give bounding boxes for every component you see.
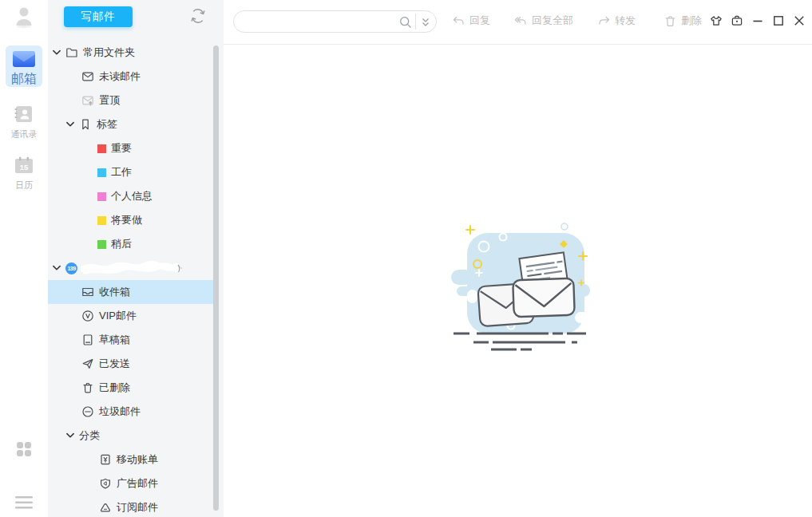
sidebar-item-label: 常用文件夹 <box>83 45 135 60</box>
forward-label: 转发 <box>615 14 636 28</box>
shirt-icon <box>710 14 723 27</box>
mailbox-icon <box>12 50 36 68</box>
sidebar-item-label: 广告邮件 <box>117 476 158 491</box>
folder-tree: 常用文件夹 未读邮件 置顶 标签 重要 工作 个人信息 将要做 <box>48 41 215 517</box>
close-button[interactable] <box>793 14 806 27</box>
reply-all-label: 回复全部 <box>532 14 573 28</box>
sidebar-item-label: 已发送 <box>99 357 130 371</box>
sidebar-item-pinned[interactable]: 置顶 <box>48 89 215 112</box>
search-input[interactable] <box>245 12 397 31</box>
paper-plane-icon <box>81 357 94 370</box>
inbox-icon <box>81 286 94 298</box>
empty-state-illustration <box>446 207 605 355</box>
sidebar-item-spam[interactable]: 垃圾邮件 <box>48 400 215 424</box>
folder-icon <box>65 46 78 59</box>
user-avatar[interactable] <box>0 5 48 32</box>
sidebar-item-tags[interactable]: 标签 <box>48 112 215 136</box>
apps-grid-button[interactable] <box>0 441 48 460</box>
reply-label: 回复 <box>469 14 490 28</box>
search-icon[interactable] <box>399 16 412 29</box>
sidebar-item-label: 重要 <box>111 141 132 156</box>
sidebar-item-tag-personal[interactable]: 个人信息 <box>48 184 215 208</box>
divider <box>415 14 416 30</box>
reply-all-icon <box>514 14 528 28</box>
sidebar-scrollbar[interactable] <box>213 45 219 511</box>
theme-button[interactable] <box>710 14 723 27</box>
block-icon <box>81 405 94 418</box>
apps-grid-icon <box>16 441 32 457</box>
sidebar-item-label: 订阅邮件 <box>117 500 158 515</box>
forward-button[interactable]: 转发 <box>597 14 636 28</box>
rail-label-calendar: 日历 <box>0 180 48 191</box>
rail-item-contacts[interactable]: 通讯录 <box>0 105 48 140</box>
rail-item-calendar[interactable]: 15 日历 <box>0 156 48 191</box>
vip-icon <box>81 310 94 322</box>
maximize-icon <box>772 14 785 27</box>
app-rail: 邮箱 通讯录 15 日历 <box>0 0 48 517</box>
reply-all-button[interactable]: 回复全部 <box>514 14 573 28</box>
sidebar-item-mobile-bills[interactable]: 移动账单 <box>48 448 215 472</box>
rail-item-mailbox[interactable]: 邮箱 <box>6 45 42 87</box>
reply-button[interactable]: 回复 <box>452 14 490 28</box>
maximize-button[interactable] <box>772 14 785 27</box>
bookmark-icon <box>79 118 92 131</box>
sidebar-item-drafts[interactable]: 草稿箱 <box>48 328 215 352</box>
window-controls <box>710 14 806 27</box>
menu-button[interactable] <box>0 495 48 513</box>
ad-badge-icon <box>99 477 112 490</box>
rail-label-contacts: 通讯录 <box>0 128 48 140</box>
sidebar-item-tag-important[interactable]: 重要 <box>48 136 215 160</box>
sidebar-item-label: 置顶 <box>99 93 120 108</box>
bill-icon <box>99 453 112 466</box>
minimize-button[interactable] <box>751 14 764 27</box>
refresh-button[interactable] <box>188 6 208 26</box>
sidebar-item-common-folders[interactable]: 常用文件夹 <box>48 41 215 65</box>
sidebar-item-ads[interactable]: 广告邮件 <box>48 472 215 495</box>
sidebar-item-inbox[interactable]: 收件箱 <box>48 280 215 304</box>
sidebar-item-label: 稍后 <box>111 237 132 251</box>
svg-text:15: 15 <box>20 163 29 172</box>
sidebar-item-label: 收件箱 <box>99 285 130 299</box>
chevron-down-icon[interactable] <box>51 262 62 274</box>
toolbar: 回复 回复全部 转发 删除 <box>224 0 812 45</box>
sidebar-item-tag-todo[interactable]: 将要做 <box>48 208 215 232</box>
delete-icon <box>663 14 677 28</box>
sidebar-item-label: 标签 <box>97 117 117 132</box>
forward-icon <box>597 14 611 28</box>
sidebar-item-label: 已删除 <box>99 381 130 395</box>
sidebar-item-deleted[interactable]: 已删除 <box>48 376 215 400</box>
mail-pinned-icon <box>81 94 94 107</box>
tag-color-swatch <box>97 168 106 177</box>
sidebar-item-label: 工作 <box>111 165 132 180</box>
toolbox-button[interactable] <box>731 14 743 27</box>
sidebar-item-account[interactable]: 139 <box>48 256 215 280</box>
toolbox-icon <box>731 14 743 27</box>
double-chevron-down-icon[interactable] <box>419 16 432 29</box>
delete-label: 删除 <box>681 14 702 28</box>
chevron-down-icon[interactable] <box>51 47 62 58</box>
subscribe-icon <box>99 501 112 514</box>
search-box[interactable] <box>233 10 437 33</box>
delete-button[interactable]: 删除 <box>663 14 702 28</box>
sidebar-item-vip[interactable]: VIP邮件 <box>48 304 215 328</box>
mail-icon <box>81 70 94 83</box>
tag-color-swatch <box>97 144 106 153</box>
folder-sidebar: 写邮件 常用文件夹 未读邮件 置顶 标签 重要 <box>48 0 224 517</box>
sidebar-item-tag-later[interactable]: 稍后 <box>48 232 215 256</box>
sidebar-item-unread[interactable]: 未读邮件 <box>48 65 215 89</box>
sidebar-item-tag-work[interactable]: 工作 <box>48 160 215 184</box>
sidebar-item-sent[interactable]: 已发送 <box>48 352 215 376</box>
minimize-icon <box>751 14 764 27</box>
chevron-down-icon[interactable] <box>65 430 76 441</box>
compose-button[interactable]: 写邮件 <box>64 6 133 27</box>
tag-color-swatch <box>97 192 106 201</box>
sidebar-item-categories[interactable]: 分类 <box>48 424 215 448</box>
main-panel: 回复 回复全部 转发 删除 <box>224 0 812 517</box>
sidebar-item-subscriptions[interactable]: 订阅邮件 <box>48 495 215 517</box>
chevron-down-icon[interactable] <box>65 119 76 130</box>
calendar-icon: 15 <box>14 156 34 174</box>
sidebar-item-label: 未读邮件 <box>99 69 141 84</box>
close-icon <box>793 14 806 27</box>
sidebar-item-label: VIP邮件 <box>99 309 137 323</box>
tag-color-swatch <box>97 240 106 249</box>
